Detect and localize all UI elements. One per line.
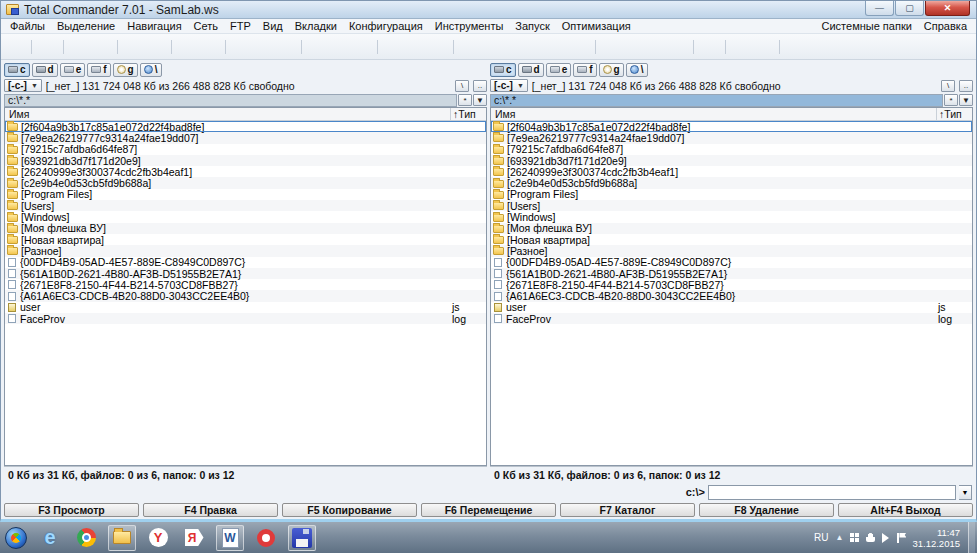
history-button[interactable]: ▼: [473, 94, 487, 106]
command-line-input[interactable]: [708, 485, 956, 500]
menu-item[interactable]: Вид: [257, 20, 289, 32]
file-row[interactable]: [c2e9b4e0d53cb5fd9b688a]: [491, 177, 972, 188]
parent-dir-button[interactable]: ..: [473, 80, 487, 92]
file-row[interactable]: [Разное]: [491, 245, 972, 256]
clock[interactable]: 11:47 31.12.2015: [912, 527, 960, 549]
drive-selector[interactable]: [-c-]▼: [4, 79, 42, 92]
file-row[interactable]: [Новая квартира]: [5, 234, 486, 245]
file-row[interactable]: [Windows]: [5, 211, 486, 222]
menu-item[interactable]: Вкладки: [289, 20, 343, 32]
f8-delete-button[interactable]: F8 Удаление: [699, 503, 834, 517]
file-row[interactable]: {00DFD4B9-05AD-4E57-889E-C8949C0D897C}: [491, 257, 972, 268]
menu-item[interactable]: Инструменты: [429, 20, 510, 32]
file-row[interactable]: [c2e9b4e0d53cb5fd9b688a]: [5, 177, 486, 188]
action-center-flag-icon[interactable]: [897, 533, 905, 543]
file-row[interactable]: [7e9ea26219777c9314a24fae19dd07]: [5, 132, 486, 143]
maximize-button[interactable]: ▢: [895, 1, 924, 16]
file-row[interactable]: [2f604a9b3b17c85a1e072d22f4bad8fe]: [491, 121, 972, 132]
drive-button[interactable]: f: [573, 63, 596, 77]
menu-item[interactable]: Файлы: [4, 20, 51, 32]
file-row[interactable]: FaceProv log: [491, 313, 972, 324]
favorites-button[interactable]: *: [458, 94, 472, 106]
alt-f4-exit-button[interactable]: Alt+F4 Выход: [838, 503, 973, 517]
file-row[interactable]: [7e9ea26219777c9314a24fae19dd07]: [491, 132, 972, 143]
menu-item[interactable]: Сеть: [188, 20, 224, 32]
path-bar-active[interactable]: c:\*.*: [490, 94, 943, 107]
file-row[interactable]: [Новая квартира]: [491, 234, 972, 245]
menu-item[interactable]: Запуск: [509, 20, 555, 32]
file-row[interactable]: {2671E8F8-2150-4F44-B214-5703CD8FBB27}: [5, 279, 486, 290]
drive-button[interactable]: c: [490, 63, 516, 77]
file-row[interactable]: {561A1B0D-2621-4B80-AF3B-D51955B2E7A1}: [491, 268, 972, 279]
f5-copy-button[interactable]: F5 Копирование: [282, 503, 417, 517]
file-row[interactable]: user js: [5, 302, 486, 313]
volume-icon[interactable]: [882, 533, 894, 543]
parent-dir-button[interactable]: ..: [959, 80, 973, 92]
column-type[interactable]: ↑Тип: [450, 108, 486, 120]
grid-tray-icon[interactable]: [850, 533, 859, 542]
close-button[interactable]: ✕: [925, 1, 970, 16]
path-bar[interactable]: c:\*.*: [4, 94, 457, 107]
file-row[interactable]: [26240999e3f300374cdc2fb3b4eaf1]: [491, 166, 972, 177]
opera-taskbar-icon[interactable]: [252, 525, 280, 551]
yandex-search-taskbar-icon[interactable]: Я: [180, 525, 208, 551]
file-row[interactable]: {2671E8F8-2150-4F44-B214-5703CD8FBB27}: [491, 279, 972, 290]
drive-button[interactable]: g: [113, 63, 138, 77]
total-commander-taskbar-icon[interactable]: [108, 525, 136, 551]
file-row[interactable]: [79215c7afdba6d64fe87]: [491, 144, 972, 155]
file-row[interactable]: {A61A6EC3-CDCB-4B20-88D0-3043CC2EE4B0}: [5, 290, 486, 301]
menu-item[interactable]: Системные папки: [816, 20, 918, 32]
file-row[interactable]: [2f604a9b3b17c85a1e072d22f4bad8fe]: [5, 121, 486, 132]
root-dir-button[interactable]: \: [455, 80, 469, 92]
root-dir-button[interactable]: \: [941, 80, 955, 92]
drive-button[interactable]: f: [87, 63, 110, 77]
chrome-taskbar-icon[interactable]: [72, 525, 100, 551]
menu-item[interactable]: Справка: [918, 20, 973, 32]
drive-button[interactable]: c: [4, 63, 30, 77]
drive-selector[interactable]: [-c-]▼: [490, 79, 528, 92]
drive-button[interactable]: e: [546, 63, 572, 77]
user-tray-icon[interactable]: [866, 533, 875, 542]
file-row[interactable]: [Windows]: [491, 211, 972, 222]
minimize-button[interactable]: —: [865, 1, 894, 16]
language-indicator[interactable]: RU: [814, 532, 828, 543]
file-row[interactable]: [693921db3d7f171d20e9]: [5, 155, 486, 166]
file-row[interactable]: [Моя флешка ВУ]: [5, 223, 486, 234]
drive-button[interactable]: d: [518, 63, 544, 77]
internet-explorer-taskbar-icon[interactable]: e: [36, 525, 64, 551]
file-row[interactable]: {561A1B0D-2621-4B80-AF3B-D51955B2E7A1}: [5, 268, 486, 279]
file-row[interactable]: [26240999e3f300374cdc2fb3b4eaf1]: [5, 166, 486, 177]
drive-button[interactable]: g: [599, 63, 624, 77]
file-row[interactable]: [693921db3d7f171d20e9]: [491, 155, 972, 166]
file-row[interactable]: [Program Files]: [491, 189, 972, 200]
file-row[interactable]: {A61A6EC3-CDCB-4B20-88D0-3043CC2EE4B0}: [491, 290, 972, 301]
history-button[interactable]: ▼: [959, 94, 973, 106]
show-desktop-button[interactable]: [968, 522, 975, 553]
drive-button[interactable]: \: [626, 63, 648, 77]
column-type[interactable]: ↑Тип: [936, 108, 972, 120]
file-row[interactable]: [Program Files]: [5, 189, 486, 200]
file-row[interactable]: [Users]: [5, 200, 486, 211]
menu-item[interactable]: Конфигурация: [343, 20, 429, 32]
menu-item[interactable]: Оптимизация: [556, 20, 637, 32]
f4-edit-button[interactable]: F4 Правка: [143, 503, 278, 517]
command-history-dropdown[interactable]: ▼: [959, 485, 972, 500]
menu-item[interactable]: FTP: [224, 20, 257, 32]
f6-move-button[interactable]: F6 Перемещение: [421, 503, 556, 517]
favorites-button[interactable]: *: [944, 94, 958, 106]
file-row[interactable]: [79215c7afdba6d64fe87]: [5, 144, 486, 155]
file-row[interactable]: {00DFD4B9-05AD-4E57-889E-C8949C0D897C}: [5, 257, 486, 268]
f3-view-button[interactable]: F3 Просмотр: [4, 503, 139, 517]
column-name[interactable]: Имя: [491, 108, 936, 120]
menu-item[interactable]: Выделение: [51, 20, 121, 32]
yandex-browser-taskbar-icon[interactable]: Y: [144, 525, 172, 551]
file-row[interactable]: [Разное]: [5, 245, 486, 256]
menu-item[interactable]: Навигация: [121, 20, 187, 32]
floppy-app-taskbar-icon[interactable]: [288, 525, 316, 551]
drive-button[interactable]: e: [60, 63, 86, 77]
file-row[interactable]: [Моя флешка ВУ]: [491, 223, 972, 234]
column-name[interactable]: Имя: [5, 108, 450, 120]
file-row[interactable]: FaceProv log: [5, 313, 486, 324]
drive-button[interactable]: \: [140, 63, 162, 77]
drive-button[interactable]: d: [32, 63, 58, 77]
